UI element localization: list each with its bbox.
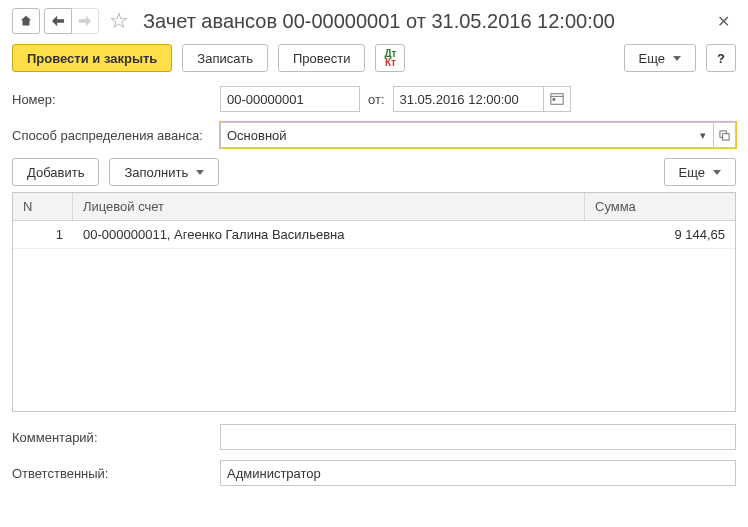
method-label: Способ распределения аванса: [12, 128, 212, 143]
favorite-star-icon[interactable]: ☆ [105, 8, 133, 34]
number-input[interactable] [220, 86, 360, 112]
cell-sum: 9 144,65 [585, 221, 735, 248]
arrow-left-icon [51, 15, 65, 27]
table-more-button[interactable]: Еще [664, 158, 736, 186]
chevron-down-icon: ▾ [700, 129, 706, 142]
home-icon [19, 14, 33, 28]
date-input[interactable] [393, 86, 543, 112]
method-open-button[interactable] [714, 122, 736, 148]
home-button[interactable] [12, 8, 40, 34]
close-icon[interactable]: ✕ [711, 12, 736, 31]
debit-credit-button[interactable]: ДтКт [375, 44, 405, 72]
fill-button[interactable]: Заполнить [109, 158, 219, 186]
date-picker-button[interactable] [543, 86, 571, 112]
table-row[interactable]: 1 00-000000011, Агеенко Галина Васильевн… [13, 221, 735, 249]
debit-credit-icon: ДтКт [384, 49, 396, 67]
responsible-label: Ответственный: [12, 466, 212, 481]
more-button[interactable]: Еще [624, 44, 696, 72]
calendar-icon [550, 92, 564, 106]
open-icon [719, 130, 730, 141]
post-and-close-button[interactable]: Провести и закрыть [12, 44, 172, 72]
comment-input[interactable] [220, 424, 736, 450]
cell-n: 1 [13, 221, 73, 248]
method-input[interactable] [220, 122, 692, 148]
col-header-sum[interactable]: Сумма [585, 193, 735, 220]
forward-button [71, 8, 99, 34]
svg-rect-2 [552, 98, 555, 101]
col-header-account[interactable]: Лицевой счет [73, 193, 585, 220]
add-button[interactable]: Добавить [12, 158, 99, 186]
help-button[interactable]: ? [706, 44, 736, 72]
save-button[interactable]: Записать [182, 44, 268, 72]
page-title: Зачет авансов 00-00000001 от 31.05.2016 … [143, 10, 705, 33]
from-label: от: [368, 92, 385, 107]
responsible-input[interactable] [220, 460, 736, 486]
method-dropdown-button[interactable]: ▾ [692, 122, 714, 148]
post-button[interactable]: Провести [278, 44, 366, 72]
arrow-right-icon [78, 15, 92, 27]
back-button[interactable] [44, 8, 72, 34]
comment-label: Комментарий: [12, 430, 212, 445]
svg-rect-4 [723, 133, 729, 139]
accounts-table: N Лицевой счет Сумма 1 00-000000011, Аге… [12, 192, 736, 412]
cell-account: 00-000000011, Агеенко Галина Васильевна [73, 221, 585, 248]
number-label: Номер: [12, 92, 212, 107]
col-header-n[interactable]: N [13, 193, 73, 220]
